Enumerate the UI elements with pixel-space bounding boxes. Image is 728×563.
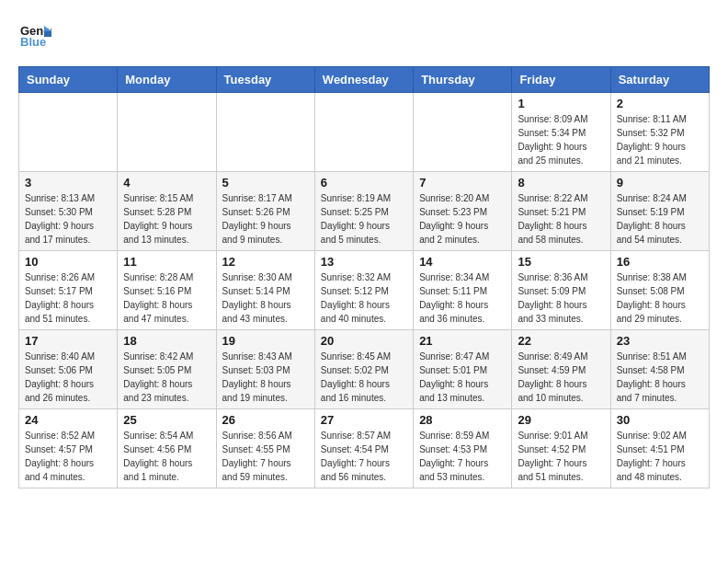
day-info: Sunrise: 8:30 AM Sunset: 5:14 PM Dayligh… [222, 270, 309, 326]
calendar-cell [19, 93, 118, 172]
day-number: 22 [518, 334, 604, 348]
weekday-header-monday: Monday [118, 67, 216, 93]
day-number: 16 [617, 255, 703, 269]
day-info: Sunrise: 8:20 AM Sunset: 5:23 PM Dayligh… [419, 191, 506, 247]
day-number: 14 [419, 255, 506, 269]
calendar-cell [118, 93, 216, 172]
day-number: 2 [617, 97, 703, 110]
calendar-cell: 5Sunrise: 8:17 AM Sunset: 5:26 PM Daylig… [216, 172, 314, 251]
day-number: 12 [222, 255, 309, 269]
day-info: Sunrise: 8:13 AM Sunset: 5:30 PM Dayligh… [25, 191, 111, 247]
day-info: Sunrise: 8:17 AM Sunset: 5:26 PM Dayligh… [222, 191, 309, 247]
svg-text:Blue: Blue [20, 35, 46, 49]
calendar-cell: 28Sunrise: 8:59 AM Sunset: 4:53 PM Dayli… [414, 409, 512, 488]
day-number: 3 [25, 176, 111, 190]
calendar-cell: 7Sunrise: 8:20 AM Sunset: 5:23 PM Daylig… [414, 172, 512, 251]
day-number: 20 [321, 334, 407, 348]
day-info: Sunrise: 8:15 AM Sunset: 5:28 PM Dayligh… [123, 191, 210, 247]
weekday-header-friday: Friday [512, 67, 610, 93]
calendar-cell: 9Sunrise: 8:24 AM Sunset: 5:19 PM Daylig… [610, 172, 709, 251]
weekday-header-sunday: Sunday [19, 67, 118, 93]
day-info: Sunrise: 9:01 AM Sunset: 4:52 PM Dayligh… [518, 429, 604, 484]
calendar-cell: 4Sunrise: 8:15 AM Sunset: 5:28 PM Daylig… [118, 172, 216, 251]
day-info: Sunrise: 8:43 AM Sunset: 5:03 PM Dayligh… [222, 350, 309, 405]
calendar-cell: 11Sunrise: 8:28 AM Sunset: 5:16 PM Dayli… [118, 251, 216, 330]
day-number: 8 [518, 176, 604, 190]
day-number: 21 [419, 334, 506, 348]
calendar-cell: 15Sunrise: 8:36 AM Sunset: 5:09 PM Dayli… [512, 251, 610, 330]
day-number: 28 [419, 413, 506, 427]
day-info: Sunrise: 8:52 AM Sunset: 4:57 PM Dayligh… [25, 429, 111, 484]
calendar-week-1: 1Sunrise: 8:09 AM Sunset: 5:34 PM Daylig… [19, 93, 710, 172]
day-number: 9 [617, 176, 703, 190]
calendar-cell: 16Sunrise: 8:38 AM Sunset: 5:08 PM Dayli… [610, 251, 709, 330]
header: General Blue [18, 18, 710, 52]
day-info: Sunrise: 8:54 AM Sunset: 4:56 PM Dayligh… [123, 429, 210, 484]
calendar-cell: 30Sunrise: 9:02 AM Sunset: 4:51 PM Dayli… [610, 409, 709, 488]
calendar-week-4: 17Sunrise: 8:40 AM Sunset: 5:06 PM Dayli… [19, 330, 710, 409]
calendar-cell: 19Sunrise: 8:43 AM Sunset: 5:03 PM Dayli… [216, 330, 314, 409]
day-number: 11 [123, 255, 210, 269]
day-info: Sunrise: 8:22 AM Sunset: 5:21 PM Dayligh… [518, 191, 604, 247]
day-info: Sunrise: 8:51 AM Sunset: 4:58 PM Dayligh… [617, 350, 703, 405]
day-number: 30 [617, 413, 703, 427]
logo: General Blue [18, 18, 55, 52]
calendar-cell [414, 93, 512, 172]
calendar-cell: 23Sunrise: 8:51 AM Sunset: 4:58 PM Dayli… [610, 330, 709, 409]
day-info: Sunrise: 8:32 AM Sunset: 5:12 PM Dayligh… [321, 270, 407, 326]
day-number: 13 [321, 255, 407, 269]
logo-icon: General Blue [18, 18, 51, 52]
day-info: Sunrise: 8:56 AM Sunset: 4:55 PM Dayligh… [222, 429, 309, 484]
day-info: Sunrise: 8:24 AM Sunset: 5:19 PM Dayligh… [617, 191, 703, 247]
calendar-cell: 25Sunrise: 8:54 AM Sunset: 4:56 PM Dayli… [118, 409, 216, 488]
calendar-week-2: 3Sunrise: 8:13 AM Sunset: 5:30 PM Daylig… [19, 172, 710, 251]
day-info: Sunrise: 9:02 AM Sunset: 4:51 PM Dayligh… [617, 429, 703, 484]
day-number: 26 [222, 413, 309, 427]
day-info: Sunrise: 8:40 AM Sunset: 5:06 PM Dayligh… [25, 350, 111, 405]
calendar-cell: 2Sunrise: 8:11 AM Sunset: 5:32 PM Daylig… [610, 93, 709, 172]
calendar-cell: 24Sunrise: 8:52 AM Sunset: 4:57 PM Dayli… [19, 409, 118, 488]
calendar-cell: 17Sunrise: 8:40 AM Sunset: 5:06 PM Dayli… [19, 330, 118, 409]
day-info: Sunrise: 8:28 AM Sunset: 5:16 PM Dayligh… [123, 270, 210, 326]
calendar-cell: 13Sunrise: 8:32 AM Sunset: 5:12 PM Dayli… [314, 251, 413, 330]
calendar-cell: 21Sunrise: 8:47 AM Sunset: 5:01 PM Dayli… [414, 330, 512, 409]
weekday-header-thursday: Thursday [414, 67, 512, 93]
day-info: Sunrise: 8:09 AM Sunset: 5:34 PM Dayligh… [518, 112, 604, 167]
day-number: 5 [222, 176, 309, 190]
day-info: Sunrise: 8:38 AM Sunset: 5:08 PM Dayligh… [617, 270, 703, 326]
day-number: 18 [123, 334, 210, 348]
day-number: 24 [25, 413, 111, 427]
day-info: Sunrise: 8:42 AM Sunset: 5:05 PM Dayligh… [123, 350, 210, 405]
day-info: Sunrise: 8:36 AM Sunset: 5:09 PM Dayligh… [518, 270, 604, 326]
weekday-header-tuesday: Tuesday [216, 67, 314, 93]
calendar-cell: 12Sunrise: 8:30 AM Sunset: 5:14 PM Dayli… [216, 251, 314, 330]
calendar-cell: 27Sunrise: 8:57 AM Sunset: 4:54 PM Dayli… [314, 409, 413, 488]
day-number: 1 [518, 97, 604, 110]
calendar-cell: 1Sunrise: 8:09 AM Sunset: 5:34 PM Daylig… [512, 93, 610, 172]
day-number: 10 [25, 255, 111, 269]
calendar-cell: 6Sunrise: 8:19 AM Sunset: 5:25 PM Daylig… [314, 172, 413, 251]
calendar-cell: 22Sunrise: 8:49 AM Sunset: 4:59 PM Dayli… [512, 330, 610, 409]
day-info: Sunrise: 8:11 AM Sunset: 5:32 PM Dayligh… [617, 112, 703, 167]
day-number: 17 [25, 334, 111, 348]
calendar-week-5: 24Sunrise: 8:52 AM Sunset: 4:57 PM Dayli… [19, 409, 710, 488]
page-container: General Blue SundayMondayTuesdayWednesda… [0, 0, 728, 507]
calendar-week-3: 10Sunrise: 8:26 AM Sunset: 5:17 PM Dayli… [19, 251, 710, 330]
weekday-header-wednesday: Wednesday [314, 67, 413, 93]
day-number: 27 [321, 413, 407, 427]
weekday-header-saturday: Saturday [610, 67, 709, 93]
calendar-cell: 14Sunrise: 8:34 AM Sunset: 5:11 PM Dayli… [414, 251, 512, 330]
day-info: Sunrise: 8:34 AM Sunset: 5:11 PM Dayligh… [419, 270, 506, 326]
day-number: 7 [419, 176, 506, 190]
calendar-cell: 8Sunrise: 8:22 AM Sunset: 5:21 PM Daylig… [512, 172, 610, 251]
day-number: 23 [617, 334, 703, 348]
weekday-header-row: SundayMondayTuesdayWednesdayThursdayFrid… [19, 67, 710, 93]
svg-marker-3 [44, 31, 51, 37]
calendar-cell: 18Sunrise: 8:42 AM Sunset: 5:05 PM Dayli… [118, 330, 216, 409]
calendar-cell: 3Sunrise: 8:13 AM Sunset: 5:30 PM Daylig… [19, 172, 118, 251]
day-number: 25 [123, 413, 210, 427]
day-number: 29 [518, 413, 604, 427]
calendar-cell [314, 93, 413, 172]
day-info: Sunrise: 8:59 AM Sunset: 4:53 PM Dayligh… [419, 429, 506, 484]
calendar-cell: 20Sunrise: 8:45 AM Sunset: 5:02 PM Dayli… [314, 330, 413, 409]
